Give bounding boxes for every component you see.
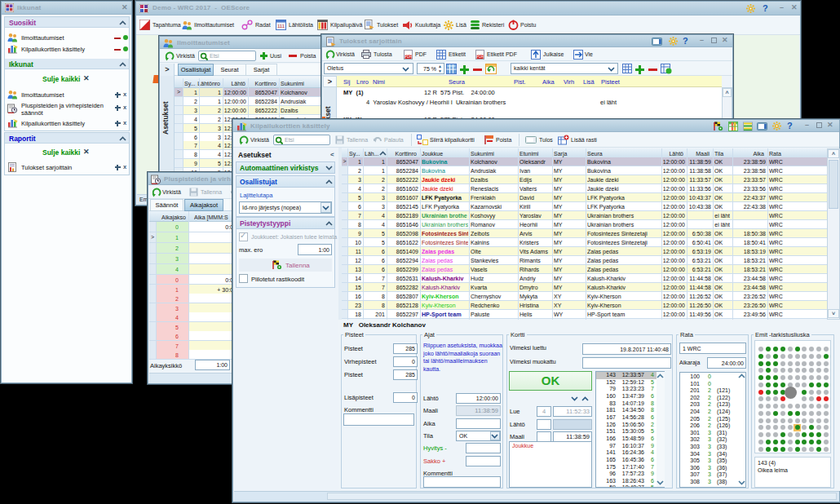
svg-text:PDF: PDF [476,55,484,59]
svg-text:111: 111 [277,24,285,29]
svg-text:PDF: PDF [405,55,412,59]
